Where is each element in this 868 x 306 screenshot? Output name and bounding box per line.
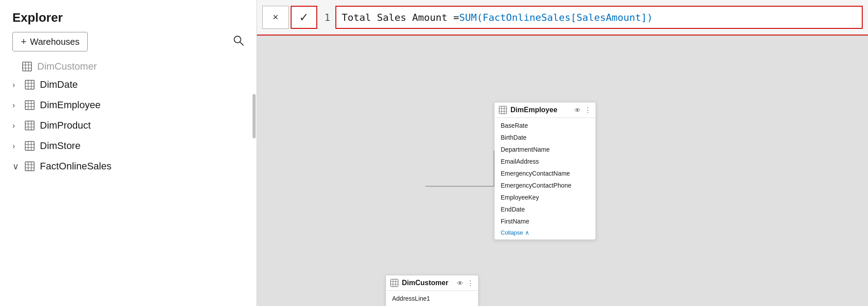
sidebar-header: Explorer — [0, 0, 257, 32]
table-field-baserate: BaseRate — [494, 120, 596, 132]
search-icon — [233, 37, 244, 48]
table-field-departmentname: DepartmentName — [494, 144, 596, 156]
table-field-emergencycontactname: EmergencyContactName — [494, 168, 596, 180]
eye-icon[interactable]: 👁 — [574, 106, 581, 114]
svg-rect-27 — [25, 162, 34, 171]
collapse-label: Collapse — [501, 229, 523, 236]
sidebar-tree: DimCustomer › DimDate › Di — [0, 59, 257, 306]
chevron-icon: ∨ — [12, 161, 20, 172]
dim-employee-card-actions: 👁 ⋮ — [574, 106, 591, 114]
svg-rect-22 — [25, 141, 34, 150]
svg-rect-17 — [25, 121, 34, 130]
table-field-emailaddress: EmailAddress — [494, 156, 596, 168]
svg-rect-32 — [499, 106, 507, 114]
dim-product-label: DimProduct — [40, 120, 91, 131]
dim-employee-card-title: DimEmployee — [499, 106, 557, 114]
table-icon — [25, 100, 35, 110]
table-icon — [25, 161, 35, 171]
chevron-icon: › — [12, 121, 20, 130]
svg-rect-7 — [25, 80, 34, 89]
dim-customer-card-body: AddressLine1 AddressLine2 — [386, 291, 478, 306]
formula-static-text: Total Sales Amount = — [342, 12, 459, 23]
dim-customer-card: DimCustomer 👁 ⋮ AddressLine1 AddressLine… — [385, 275, 479, 306]
table-card-grid-icon — [390, 279, 398, 287]
table-field-firstname: FirstName — [494, 216, 596, 228]
search-button[interactable] — [233, 35, 244, 49]
collapse-button[interactable]: Collapse ∧ — [494, 228, 596, 238]
plus-icon: + — [21, 36, 27, 47]
table-card-grid-icon — [499, 106, 507, 114]
formula-function-text: SUM(FactOnlineSales[SalesAmount]) — [459, 12, 653, 23]
svg-rect-37 — [391, 279, 398, 287]
main-area: × ✓ 1 Total Sales Amount = SUM(FactOnlin… — [257, 0, 868, 306]
sidebar-scrollbar[interactable] — [253, 94, 256, 138]
dim-employee-card: DimEmployee 👁 ⋮ BaseRate BirthDate Depar… — [494, 102, 596, 240]
table-icon — [25, 80, 35, 90]
sidebar-item-dim-employee[interactable]: › DimEmployee — [0, 95, 257, 115]
canvas-area: DimEmployee 👁 ⋮ BaseRate BirthDate Depar… — [257, 35, 868, 306]
dim-store-label: DimStore — [40, 140, 81, 152]
dim-customer-card-name: DimCustomer — [402, 279, 448, 287]
sidebar-item-fact-online-sales[interactable]: ∨ FactOnlineSales — [0, 156, 257, 177]
sidebar: Explorer + Warehouses DimC — [0, 0, 257, 306]
chevron-icon: › — [12, 80, 20, 90]
sidebar-item-dim-product[interactable]: › DimProduct — [0, 115, 257, 136]
svg-line-1 — [240, 42, 244, 46]
explorer-title: Explorer — [12, 11, 63, 25]
sidebar-item-dim-store[interactable]: › DimStore — [0, 136, 257, 156]
more-icon[interactable]: ⋮ — [467, 279, 474, 287]
confirm-button[interactable]: ✓ — [291, 6, 317, 29]
chevron-icon: › — [12, 141, 20, 151]
dim-employee-label: DimEmployee — [40, 99, 101, 111]
formula-bar: × ✓ 1 Total Sales Amount = SUM(FactOnlin… — [257, 0, 868, 35]
table-field-birthdate: BirthDate — [494, 132, 596, 144]
table-icon — [25, 141, 35, 151]
collapse-chevron-icon: ∧ — [525, 229, 529, 236]
table-field-employeekey: EmployeeKey — [494, 192, 596, 204]
table-field-addressline1: AddressLine1 — [386, 293, 478, 305]
fact-online-sales-label: FactOnlineSales — [40, 161, 111, 172]
chevron-icon: › — [12, 101, 20, 110]
svg-rect-2 — [23, 62, 31, 71]
dim-employee-card-header: DimEmployee 👁 ⋮ — [494, 102, 596, 118]
dim-employee-card-name: DimEmployee — [510, 106, 557, 114]
table-field-emergencycontactphone: EmergencyContactPhone — [494, 180, 596, 192]
line-number: 1 — [324, 12, 330, 23]
warehouses-label: Warehouses — [30, 37, 80, 47]
dim-employee-card-body: BaseRate BirthDate DepartmentName EmailA… — [494, 118, 596, 239]
formula-input[interactable]: Total Sales Amount = SUM(FactOnlineSales… — [335, 6, 863, 29]
list-item-dim-customer-partial[interactable]: DimCustomer — [0, 59, 257, 75]
svg-rect-12 — [25, 101, 34, 110]
dim-customer-card-header: DimCustomer 👁 ⋮ — [386, 275, 478, 291]
dim-customer-card-actions: 👁 ⋮ — [457, 279, 474, 287]
cancel-button[interactable]: × — [262, 6, 289, 29]
table-field-enddate: EndDate — [494, 204, 596, 216]
eye-icon[interactable]: 👁 — [457, 279, 463, 287]
dim-customer-partial-label: DimCustomer — [37, 61, 97, 72]
table-icon — [22, 62, 32, 71]
sidebar-toolbar: + Warehouses — [0, 32, 257, 59]
more-icon[interactable]: ⋮ — [584, 106, 591, 114]
sidebar-item-dim-date[interactable]: › DimDate — [0, 75, 257, 95]
add-warehouses-button[interactable]: + Warehouses — [12, 32, 88, 51]
dim-date-label: DimDate — [40, 79, 78, 90]
table-icon — [25, 121, 35, 130]
dim-customer-card-title: DimCustomer — [390, 279, 448, 287]
